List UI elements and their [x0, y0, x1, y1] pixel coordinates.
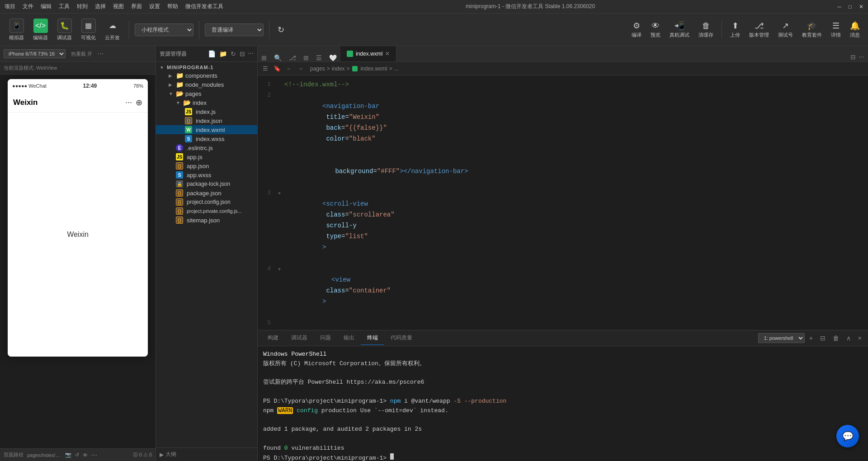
- tree-item-index-wxml[interactable]: W index.wxml: [156, 125, 257, 134]
- tree-item-components[interactable]: ▶ 📁 components: [156, 71, 257, 80]
- edu-button[interactable]: 🎓 教育套件: [799, 19, 825, 40]
- tree-item-project-config[interactable]: {} project.config.json: [156, 198, 257, 207]
- tab-code-quality[interactable]: 代码质量: [384, 331, 419, 345]
- tree-item-eslint[interactable]: E .eslintrc.js: [156, 143, 257, 152]
- collapse-icon-3[interactable]: ▼: [278, 188, 284, 199]
- tree-more-icon[interactable]: ···: [248, 49, 254, 58]
- menu-item-help[interactable]: 帮助: [167, 3, 178, 10]
- float-chat-button[interactable]: 💬: [836, 425, 859, 447]
- dots-icon[interactable]: ···: [125, 98, 132, 108]
- tree-item-pages[interactable]: ▼ 📂 pages: [156, 89, 257, 98]
- pages-button[interactable]: ☰: [312, 54, 326, 61]
- menu-item-goto[interactable]: 转到: [77, 3, 88, 10]
- editor-more-icon[interactable]: ···: [859, 53, 864, 61]
- eye-icon[interactable]: 👁: [83, 452, 88, 458]
- real-debug-button[interactable]: 📲 真机调试: [667, 19, 692, 40]
- editor-tab-index-wxml[interactable]: index.wxml ×: [340, 46, 396, 61]
- upload-button[interactable]: ⬆ 上传: [727, 19, 743, 40]
- collapse-tree-button[interactable]: ⊟: [239, 49, 246, 58]
- tree-root[interactable]: ▼ MINIPROGRAM-1: [156, 64, 257, 71]
- menu-item-select[interactable]: 选择: [95, 3, 106, 10]
- breadcrumb-file[interactable]: index.wxml: [360, 66, 387, 72]
- plus-circle-icon[interactable]: ⊕: [136, 98, 142, 108]
- hotreload-button[interactable]: 热重载 开: [68, 50, 95, 58]
- new-terminal-button[interactable]: +: [807, 333, 816, 343]
- simulator-button[interactable]: 📱 模拟器: [5, 17, 28, 43]
- menu-item-edit[interactable]: 编辑: [41, 3, 52, 10]
- compile-button[interactable]: ⚙ 编译: [629, 19, 644, 40]
- tree-item-pkg-lock[interactable]: 🔒 package-lock.json: [156, 179, 257, 188]
- tab-problems[interactable]: 问题: [314, 331, 337, 345]
- refresh-sim-icon[interactable]: ↺: [75, 452, 79, 458]
- cloud-button[interactable]: ☁ 云开发: [101, 17, 123, 43]
- tree-item-project-private[interactable]: {} project.private.config.js...: [156, 207, 257, 216]
- tree-item-index-folder[interactable]: ▼ 📂 index: [156, 98, 257, 107]
- more-sim-icon[interactable]: ···: [91, 451, 97, 459]
- new-folder-button[interactable]: 📁: [218, 49, 228, 58]
- tree-item-app-wxss[interactable]: S app.wxss: [156, 170, 257, 179]
- compile-select[interactable]: 普通编译: [205, 24, 264, 36]
- close-tab-button[interactable]: ×: [385, 50, 389, 58]
- git-button[interactable]: ⎇: [285, 54, 300, 61]
- preview-button[interactable]: 👁 预览: [648, 19, 663, 40]
- tree-item-app-json[interactable]: {} app.json: [156, 161, 257, 170]
- close-terminal-button[interactable]: ×: [855, 333, 864, 343]
- tree-item-app-js[interactable]: JS app.js: [156, 152, 257, 161]
- message-button[interactable]: 🔔 消息: [847, 19, 863, 40]
- wechat-button[interactable]: 🤍: [326, 54, 340, 61]
- split-editor-button[interactable]: ⊞: [258, 54, 270, 61]
- search-editor-button[interactable]: 🔍: [270, 54, 285, 61]
- new-file-button[interactable]: 📄: [207, 49, 217, 58]
- visual-button[interactable]: ▦ 可视化: [77, 17, 99, 43]
- list-view-button[interactable]: ☰: [260, 64, 270, 73]
- code-editor[interactable]: 1 <!--index.wxml--> 2 <navigation-bar ti…: [258, 75, 868, 330]
- tab-output[interactable]: 输出: [337, 331, 361, 345]
- device-select[interactable]: iPhone 6/7/8 73% 16: [4, 49, 66, 58]
- minimize-button[interactable]: ─: [837, 4, 841, 10]
- bookmark-button[interactable]: 🔖: [271, 64, 283, 73]
- filetree-outline[interactable]: ▶ 大纲: [156, 447, 257, 461]
- breadcrumb-index[interactable]: index: [332, 66, 345, 72]
- menu-item-project[interactable]: 项目: [5, 3, 15, 10]
- debugger-button[interactable]: 🐛 调试器: [53, 17, 75, 43]
- tab-terminal[interactable]: 终端: [361, 331, 384, 345]
- back-button[interactable]: ←: [284, 64, 294, 73]
- clear-cache-button[interactable]: 🗑 清缓存: [696, 19, 716, 40]
- tree-item-index-js[interactable]: JS index.js: [156, 107, 257, 116]
- refresh-button[interactable]: ↻: [275, 23, 287, 37]
- close-button[interactable]: ✕: [859, 4, 863, 10]
- tree-item-index-json[interactable]: {} index.json: [156, 116, 257, 125]
- tab-debugger[interactable]: 调试器: [285, 331, 314, 345]
- refresh-tree-button[interactable]: ↻: [230, 49, 237, 58]
- detail-button[interactable]: ☰ 详情: [828, 19, 844, 40]
- mode-select[interactable]: 小程序模式: [135, 24, 193, 36]
- breadcrumb-pages[interactable]: pages: [310, 66, 325, 72]
- collapse-icon-4[interactable]: ▼: [278, 263, 284, 275]
- menu-item-devtools[interactable]: 微信开发者工具: [185, 3, 223, 10]
- more-options-icon[interactable]: ···: [98, 50, 104, 58]
- menu-item-tools[interactable]: 工具: [59, 3, 70, 10]
- forward-button[interactable]: →: [295, 64, 306, 73]
- menu-item-settings[interactable]: 设置: [149, 3, 160, 10]
- menu-item-view[interactable]: 视图: [113, 3, 124, 10]
- collapse-terminal-button[interactable]: ∧: [844, 333, 854, 343]
- split-terminal-button[interactable]: ⊟: [817, 333, 828, 343]
- version-button[interactable]: ⎇ 版本管理: [746, 19, 772, 40]
- shell-select[interactable]: 1: powershell: [758, 333, 805, 343]
- menu-item-interface[interactable]: 界面: [131, 3, 142, 10]
- tree-item-pkg-json[interactable]: {} package.json: [156, 188, 257, 198]
- editor-button[interactable]: </> 编辑器: [29, 17, 52, 43]
- tree-item-node-modules[interactable]: ▶ 📁 node_modules: [156, 80, 257, 89]
- terminal-content[interactable]: Windows PowerShell 版权所有 (C) Microsoft Co…: [258, 346, 868, 461]
- maximize-button[interactable]: □: [849, 4, 852, 10]
- split-view-button[interactable]: ⊟: [849, 52, 857, 61]
- tab-build[interactable]: 构建: [261, 331, 285, 345]
- tree-item-index-wxss[interactable]: S index.wxss: [156, 134, 257, 143]
- tree-item-sitemap[interactable]: {} sitemap.json: [156, 216, 257, 225]
- test-button[interactable]: ↗ 测试号: [775, 19, 796, 40]
- delete-terminal-button[interactable]: 🗑: [830, 333, 842, 343]
- menu-item-file[interactable]: 文件: [23, 3, 33, 10]
- structure-button[interactable]: ⊞: [300, 54, 312, 61]
- breadcrumb-dots[interactable]: ...: [394, 66, 399, 72]
- screenshot-icon[interactable]: 📷: [65, 452, 71, 458]
